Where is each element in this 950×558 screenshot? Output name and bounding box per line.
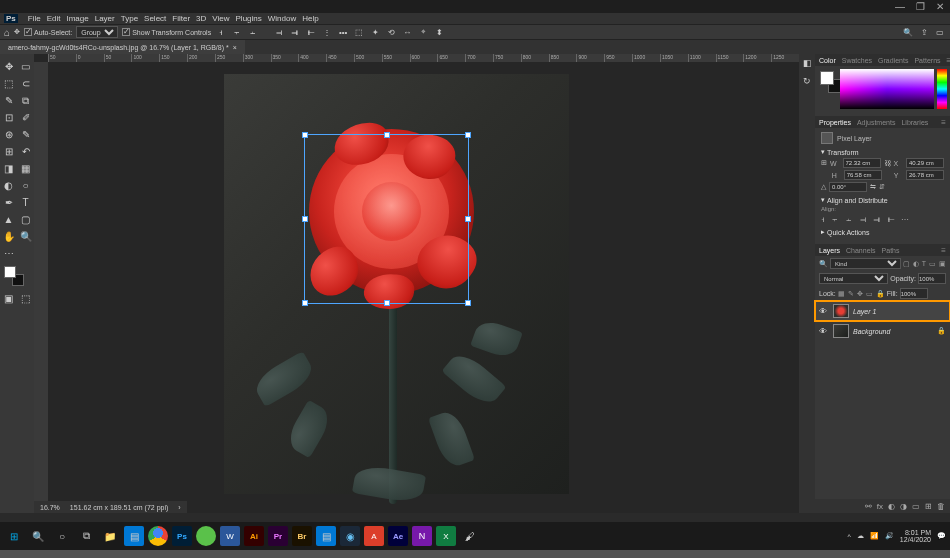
- document-canvas[interactable]: [224, 74, 569, 494]
- new-adjustment-icon[interactable]: ◑: [900, 502, 907, 511]
- 3d-mode-icon2[interactable]: ✦: [369, 26, 381, 38]
- close-tab-icon[interactable]: ×: [233, 44, 237, 51]
- workspace-icon[interactable]: ▭: [934, 26, 946, 38]
- illustrator-icon[interactable]: Ai: [244, 526, 264, 546]
- align-left-edges-icon[interactable]: ⫞: [215, 26, 227, 38]
- auto-select-checkbox[interactable]: [24, 28, 32, 36]
- crop-tool[interactable]: ⧉: [17, 92, 34, 109]
- start-button[interactable]: ⊞: [4, 526, 24, 546]
- bridge-icon[interactable]: Br: [292, 526, 312, 546]
- 3d-mode-icon5[interactable]: ⌖: [417, 26, 429, 38]
- align-bottom-edges-icon[interactable]: ⫦: [305, 26, 317, 38]
- tab-gradients[interactable]: Gradients: [878, 57, 908, 64]
- more-align-icon[interactable]: ⋯: [901, 215, 909, 224]
- eyedropper-tool[interactable]: ✐: [17, 109, 34, 126]
- width-input[interactable]: [843, 158, 881, 168]
- file-explorer-icon[interactable]: 📁: [100, 526, 120, 546]
- layer-row[interactable]: 👁 Layer 1: [815, 301, 950, 321]
- tab-paths[interactable]: Paths: [882, 247, 900, 254]
- new-group-icon[interactable]: ▭: [912, 502, 920, 511]
- layer-style-icon[interactable]: fx: [877, 502, 883, 511]
- chevron-down-icon[interactable]: ▾: [821, 196, 825, 204]
- cortana-icon[interactable]: ○: [52, 526, 72, 546]
- tab-patterns[interactable]: Patterns: [914, 57, 940, 64]
- align-left-icon[interactable]: ⫞: [821, 215, 825, 224]
- align-horizontal-centers-icon[interactable]: ⫟: [231, 26, 243, 38]
- panel-menu-icon[interactable]: ≡: [941, 118, 946, 127]
- tab-libraries[interactable]: Libraries: [901, 119, 928, 126]
- frame-tool[interactable]: ⊡: [0, 109, 17, 126]
- layer-thumbnail[interactable]: [833, 304, 849, 318]
- color-swatches[interactable]: [4, 266, 24, 286]
- more-align-options-icon[interactable]: •••: [337, 26, 349, 38]
- align-right-edges-icon[interactable]: ⫠: [247, 26, 259, 38]
- link-icon[interactable]: ⛓: [884, 160, 891, 167]
- visibility-icon[interactable]: 👁: [819, 307, 829, 316]
- onenote-icon[interactable]: N: [412, 526, 432, 546]
- align-hcenter-icon[interactable]: ⫟: [831, 215, 839, 224]
- distribute-icon[interactable]: ⋮: [321, 26, 333, 38]
- menu-select[interactable]: Select: [144, 14, 166, 23]
- volume-icon[interactable]: 🔊: [885, 532, 894, 540]
- hand-tool[interactable]: ✋: [0, 228, 17, 245]
- chevron-down-icon[interactable]: ▾: [821, 148, 825, 156]
- statusbar-arrow-icon[interactable]: ›: [178, 504, 180, 511]
- menu-image[interactable]: Image: [66, 14, 88, 23]
- system-clock[interactable]: 8:01 PM 12/4/2020: [900, 529, 931, 543]
- visibility-icon[interactable]: 👁: [819, 327, 829, 336]
- clone-stamp-tool[interactable]: ⊞: [0, 143, 17, 160]
- layer-name[interactable]: Background: [853, 328, 890, 335]
- move-tool[interactable]: ✥: [0, 58, 17, 75]
- layer-row[interactable]: 👁 Background 🔒: [815, 321, 950, 341]
- filter-smart-icon[interactable]: ▣: [939, 260, 946, 268]
- angle-input[interactable]: [829, 182, 867, 192]
- photoshop-icon[interactable]: Ps: [172, 526, 192, 546]
- menu-view[interactable]: View: [212, 14, 229, 23]
- blend-mode-select[interactable]: Normal: [819, 273, 888, 284]
- lock-position-icon[interactable]: ✥: [857, 290, 863, 298]
- panel-menu-icon[interactable]: ≡: [941, 246, 946, 255]
- tab-color[interactable]: Color: [819, 57, 836, 64]
- zoom-level[interactable]: 16.7%: [40, 504, 60, 511]
- dodge-tool[interactable]: ○: [17, 177, 34, 194]
- 3d-mode-icon3[interactable]: ⟲: [385, 26, 397, 38]
- align-top-edges-icon[interactable]: ⫤: [273, 26, 285, 38]
- filter-type-icon[interactable]: T: [922, 260, 926, 268]
- screen-mode-icon[interactable]: ⬚: [17, 290, 34, 307]
- quick-select-tool[interactable]: ✎: [0, 92, 17, 109]
- canvas-area[interactable]: 5005010015020025030035040045050055060065…: [34, 54, 799, 513]
- menu-window[interactable]: Window: [268, 14, 296, 23]
- task-search-icon[interactable]: 🔍: [28, 526, 48, 546]
- tab-swatches[interactable]: Swatches: [842, 57, 872, 64]
- premiere-icon[interactable]: Pr: [268, 526, 288, 546]
- taskbar-app-icon[interactable]: ▤: [316, 526, 336, 546]
- layer-filter-kind[interactable]: Kind: [830, 258, 901, 269]
- 3d-mode-icon[interactable]: ⬚: [353, 26, 365, 38]
- aftereffects-icon[interactable]: Ae: [388, 526, 408, 546]
- delete-layer-icon[interactable]: 🗑: [937, 502, 945, 511]
- quick-mask-icon[interactable]: ▣: [0, 290, 17, 307]
- pen-tool[interactable]: ✒: [0, 194, 17, 211]
- acrobat-icon[interactable]: A: [364, 526, 384, 546]
- home-icon[interactable]: ⌂: [4, 27, 10, 38]
- collapsed-panel-icon-1[interactable]: ◧: [799, 54, 815, 72]
- restore-down-button[interactable]: ❐: [914, 1, 926, 13]
- path-select-tool[interactable]: ▲: [0, 211, 17, 228]
- menu-3d[interactable]: 3D: [196, 14, 206, 23]
- layer-name[interactable]: Layer 1: [853, 308, 876, 315]
- filter-pixel-icon[interactable]: ▢: [903, 260, 910, 268]
- fill-input[interactable]: [900, 288, 928, 299]
- y-input[interactable]: [906, 170, 944, 180]
- tab-channels[interactable]: Channels: [846, 247, 876, 254]
- edit-toolbar[interactable]: ⋯: [0, 245, 17, 262]
- task-view-icon[interactable]: ⧉: [76, 526, 96, 546]
- filter-adjust-icon[interactable]: ◐: [913, 260, 919, 268]
- layer-thumbnail[interactable]: [833, 324, 849, 338]
- notifications-icon[interactable]: 💬: [937, 532, 946, 540]
- history-brush-tool[interactable]: ↶: [17, 143, 34, 160]
- layer-mask-icon[interactable]: ◐: [888, 502, 895, 511]
- align-vcenter-icon[interactable]: ⫥: [873, 215, 881, 224]
- 3d-mode-icon6[interactable]: ⬍: [433, 26, 445, 38]
- color-panel-swatches[interactable]: [818, 69, 840, 113]
- color-spectrum[interactable]: [840, 69, 934, 109]
